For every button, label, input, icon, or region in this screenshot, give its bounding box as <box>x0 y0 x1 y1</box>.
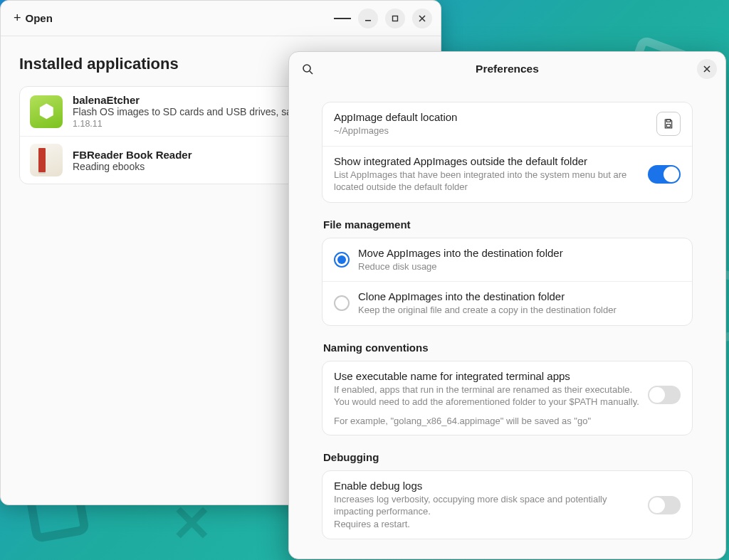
default-location-title: AppImage default location <box>334 111 648 123</box>
move-option-row[interactable]: Move AppImages into the destination fold… <box>322 238 692 282</box>
clone-sub: Keep the original file and create a copy… <box>358 304 681 317</box>
app-info: FBReader Book Reader Reading ebooks <box>73 149 192 172</box>
titlebar: + Open <box>1 1 441 36</box>
debug-logs-title: Enable debug logs <box>334 480 639 492</box>
window-controls <box>334 9 432 28</box>
show-outside-title: Show integrated AppImages outside the de… <box>334 155 639 167</box>
preferences-dialog: Preferences AppImage default location ~/… <box>288 51 726 559</box>
app-name: balenaEtcher <box>73 94 292 106</box>
open-button[interactable]: + Open <box>9 8 57 28</box>
section-naming: Naming conventions <box>323 342 691 354</box>
choose-folder-button[interactable] <box>656 112 681 136</box>
file-management-card: Move AppImages into the destination fold… <box>322 238 693 326</box>
open-label: Open <box>26 12 53 24</box>
clone-option-row[interactable]: Clone AppImages into the destination fol… <box>322 281 692 325</box>
move-sub: Reduce disk usage <box>358 260 681 273</box>
exec-name-sub: If enabled, apps that run in the termina… <box>334 384 639 408</box>
exec-name-example: For example, "golang_x86_64.appimage" wi… <box>334 416 639 426</box>
minimize-icon <box>364 14 372 23</box>
debug-logs-row[interactable]: Enable debug logs Increases log verbosit… <box>322 471 692 539</box>
svg-point-2 <box>303 65 310 72</box>
preferences-header: Preferences <box>289 52 725 86</box>
svg-rect-4 <box>666 125 670 127</box>
svg-rect-3 <box>666 120 670 122</box>
app-name: FBReader Book Reader <box>73 149 192 161</box>
minimize-button[interactable] <box>358 9 378 28</box>
preferences-body: AppImage default location ~/AppImages Sh… <box>289 86 725 559</box>
debug-logs-toggle[interactable] <box>648 496 681 514</box>
naming-card: Use executable name for integrated termi… <box>322 361 693 435</box>
show-outside-sub: List AppImages that have been integrated… <box>334 169 639 194</box>
preferences-title: Preferences <box>318 63 697 75</box>
close-icon <box>703 65 711 73</box>
plus-icon: + <box>14 11 21 26</box>
maximize-icon <box>391 14 399 23</box>
debug-logs-sub: Increases log verbosity, occupying more … <box>334 493 639 531</box>
search-button[interactable] <box>298 63 318 75</box>
hamburger-menu-button[interactable] <box>334 10 351 27</box>
default-location-path: ~/AppImages <box>334 125 648 137</box>
app-description: Flash OS images to SD cards and USB driv… <box>73 106 292 117</box>
section-debugging: Debugging <box>323 451 691 463</box>
exec-name-row[interactable]: Use executable name for integrated termi… <box>322 361 692 435</box>
search-icon <box>301 63 314 75</box>
default-location-row[interactable]: AppImage default location ~/AppImages <box>322 102 692 146</box>
location-card: AppImage default location ~/AppImages Sh… <box>322 102 693 203</box>
save-icon <box>663 118 674 130</box>
clone-radio[interactable] <box>334 295 350 311</box>
app-description: Reading ebooks <box>73 161 192 172</box>
close-icon <box>418 14 426 23</box>
app-icon-balenaetcher: ⬢ <box>30 95 63 128</box>
svg-rect-0 <box>365 20 371 21</box>
exec-name-toggle[interactable] <box>648 386 681 404</box>
show-outside-toggle[interactable] <box>648 165 681 184</box>
debugging-card: Enable debug logs Increases log verbosit… <box>322 470 693 540</box>
exec-name-title: Use executable name for integrated termi… <box>334 370 639 382</box>
app-version: 1.18.11 <box>73 119 292 129</box>
section-file-management: File management <box>323 218 691 231</box>
clone-title: Clone AppImages into the destination fol… <box>358 290 681 302</box>
move-radio[interactable] <box>334 252 350 268</box>
app-info: balenaEtcher Flash OS images to SD cards… <box>73 94 292 129</box>
close-button[interactable] <box>412 9 432 28</box>
preferences-close-button[interactable] <box>697 59 717 79</box>
app-icon-fbreader <box>30 144 63 176</box>
move-title: Move AppImages into the destination fold… <box>358 247 681 259</box>
maximize-button[interactable] <box>385 9 405 28</box>
show-outside-row[interactable]: Show integrated AppImages outside the de… <box>322 146 692 202</box>
svg-rect-1 <box>393 16 398 21</box>
